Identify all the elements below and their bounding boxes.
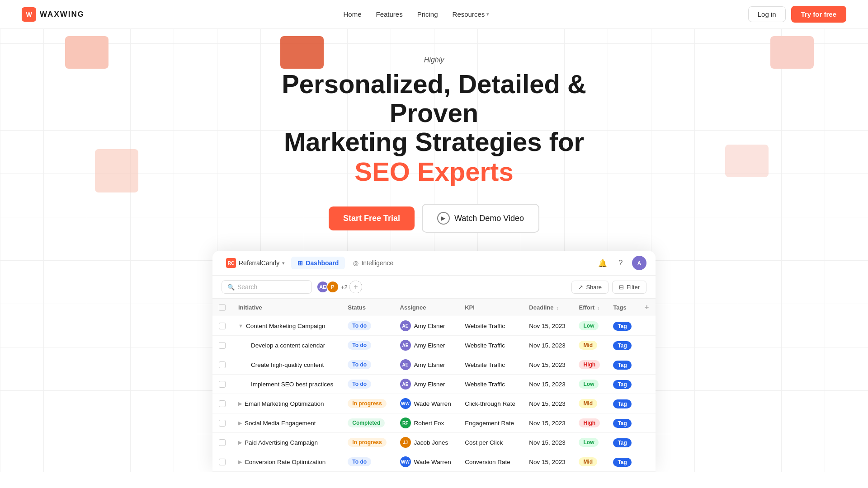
assignee-cell: AE Amy Elsner	[394, 316, 459, 336]
chevron-down-icon: ▾	[486, 11, 489, 17]
status-cell: In progress	[341, 433, 393, 452]
nav-logo: W WAXWING	[22, 7, 85, 22]
navbar: W WAXWING Home Features Pricing Resource…	[0, 0, 868, 29]
effort-sort-icon[interactable]: ↕	[597, 305, 600, 310]
tags-cell: Tag	[607, 433, 638, 452]
assignee-cell: WW Wade Warren	[394, 394, 459, 413]
user-avatar[interactable]: A	[632, 256, 646, 270]
tags-cell: Tag	[607, 316, 638, 336]
row-checkbox[interactable]	[212, 355, 232, 375]
watch-demo-button[interactable]: ▶ Watch Demo Video	[422, 204, 539, 233]
login-button[interactable]: Log in	[748, 6, 786, 22]
assignee-header: Assignee	[394, 299, 459, 316]
extra-cell	[638, 355, 656, 375]
deadline-cell: Nov 15, 2023	[523, 375, 572, 394]
try-free-button[interactable]: Try for free	[791, 6, 846, 23]
extra-cell	[638, 316, 656, 336]
assignee-cell: RF Robert Fox	[394, 413, 459, 433]
effort-cell: Low	[572, 375, 607, 394]
deadline-sort-icon[interactable]: ↕	[556, 305, 559, 310]
start-free-trial-button[interactable]: Start Free Trial	[329, 206, 415, 230]
row-checkbox[interactable]	[212, 413, 232, 433]
status-cell: In progress	[341, 394, 393, 413]
notification-button[interactable]: 🔔	[596, 256, 609, 270]
tag-badge: Tag	[613, 361, 631, 370]
row-checkbox[interactable]	[212, 433, 232, 452]
assignee-cell: AE Amy Elsner	[394, 375, 459, 394]
topbar-actions: 🔔 ? A	[596, 256, 646, 270]
kpi-cell: Conversion Rate	[458, 452, 523, 472]
assignee-avatar: JJ	[400, 437, 411, 448]
nav-features[interactable]: Features	[376, 10, 403, 18]
row-checkbox[interactable]	[212, 375, 232, 394]
row-checkbox[interactable]	[212, 336, 232, 355]
expand-icon[interactable]: ▶	[238, 459, 242, 465]
status-cell: Completed	[341, 413, 393, 433]
dashboard-toolbar: 🔍 AE P +2 + ↗ Share ⊟ Filter	[212, 276, 656, 299]
dashboard-tabs: RC ReferralCandy ▾ ⊞ Dashboard ◎ Intelli…	[222, 255, 400, 271]
share-button[interactable]: ↗ Share	[571, 281, 609, 294]
deadline-cell: Nov 15, 2023	[523, 355, 572, 375]
search-box: 🔍	[222, 280, 312, 294]
table-row: Implement SEO best practices To do AE Am…	[212, 375, 656, 394]
initiative-name: Develop a content calendar	[251, 342, 325, 349]
workspace-selector[interactable]: RC ReferralCandy ▾	[222, 255, 289, 271]
add-column-header[interactable]: +	[638, 299, 656, 316]
hero-buttons: Start Free Trial ▶ Watch Demo Video	[329, 204, 539, 233]
effort-cell: High	[572, 413, 607, 433]
hero-content: Highly Personalized, Detailed & Proven M…	[0, 29, 868, 251]
kpi-cell: Click-through Rate	[458, 394, 523, 413]
select-all-header[interactable]	[212, 299, 232, 316]
help-button[interactable]: ?	[614, 256, 627, 270]
status-badge: In progress	[348, 399, 386, 408]
nav-actions: Log in Try for free	[748, 6, 846, 23]
expand-icon[interactable]: ▼	[238, 323, 243, 328]
tags-cell: Tag	[607, 375, 638, 394]
add-column-icon[interactable]: +	[645, 303, 649, 311]
tab-intelligence[interactable]: ◎ Intelligence	[347, 257, 400, 269]
assignee-avatar: AE	[400, 379, 411, 389]
tab-dashboard[interactable]: ⊞ Dashboard	[291, 257, 345, 269]
initiative-cell: ▼ Content Marketing Campaign	[232, 316, 341, 336]
initiative-name: Email Marketing Optimization	[245, 400, 324, 407]
avatar-count: +2	[341, 284, 348, 291]
effort-badge: Low	[579, 380, 599, 389]
status-badge: Completed	[348, 418, 385, 427]
avatar-p: P	[326, 281, 339, 293]
dashboard-topbar: RC ReferralCandy ▾ ⊞ Dashboard ◎ Intelli…	[212, 251, 656, 276]
extra-cell	[638, 452, 656, 472]
avatar-group: AE P +2 +	[316, 281, 362, 293]
effort-cell: Mid	[572, 336, 607, 355]
initiative-name: Content Marketing Campaign	[246, 323, 326, 329]
tags-header: Tags	[607, 299, 638, 316]
status-badge: To do	[348, 380, 371, 389]
expand-icon[interactable]: ▶	[238, 401, 242, 407]
tag-badge: Tag	[613, 419, 631, 428]
assignee-avatar: AE	[400, 340, 411, 351]
assignee-cell: JJ Jacob Jones	[394, 433, 459, 452]
row-checkbox[interactable]	[212, 394, 232, 413]
assignee-name: Robert Fox	[414, 420, 444, 427]
kpi-cell: Engagement Rate	[458, 413, 523, 433]
assignee-name: Amy Elsner	[414, 342, 445, 349]
row-checkbox[interactable]	[212, 452, 232, 472]
status-cell: To do	[341, 452, 393, 472]
expand-icon[interactable]: ▶	[238, 420, 242, 426]
initiative-cell: Implement SEO best practices	[232, 375, 341, 394]
toolbar-left: 🔍 AE P +2 +	[222, 280, 362, 294]
tag-badge: Tag	[613, 341, 631, 350]
hero-rotating-words: SEO Experts Product Marketers	[319, 156, 549, 188]
expand-icon[interactable]: ▶	[238, 440, 242, 446]
search-input[interactable]	[237, 283, 306, 291]
status-badge: To do	[348, 321, 371, 330]
add-member-button[interactable]: +	[349, 281, 362, 293]
nav-home[interactable]: Home	[343, 10, 361, 18]
filter-button[interactable]: ⊟ Filter	[612, 281, 646, 294]
nav-resources[interactable]: Resources ▾	[453, 10, 490, 18]
initiative-name: Social Media Engagement	[245, 420, 316, 427]
table-container: Initiative Status Assignee KPI Deadline	[212, 299, 656, 472]
row-checkbox[interactable]	[212, 316, 232, 336]
status-badge: To do	[348, 341, 371, 350]
nav-pricing[interactable]: Pricing	[417, 10, 438, 18]
initiative-name: Create high-quality content	[251, 361, 324, 368]
